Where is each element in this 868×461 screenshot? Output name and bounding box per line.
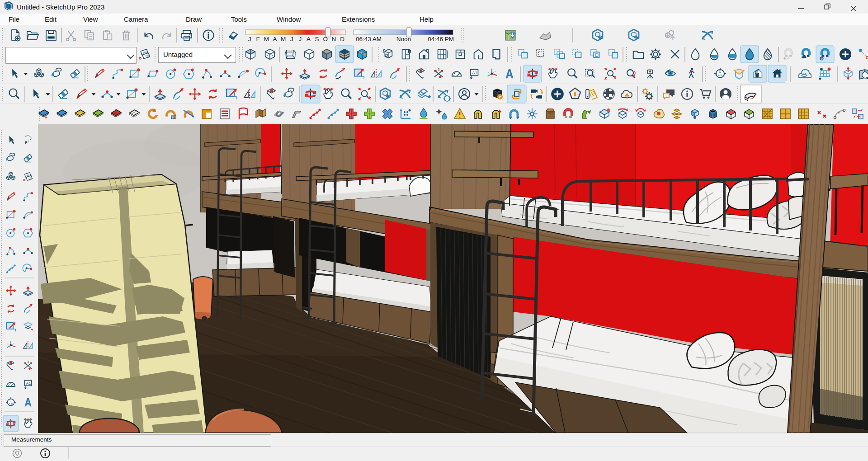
svg-text:F: F — [256, 36, 259, 42]
svg-text:D: D — [340, 36, 344, 42]
svg-text:J: J — [298, 36, 302, 42]
svg-text:A: A — [273, 36, 277, 42]
svg-text:S: S — [315, 36, 319, 42]
svg-text:N: N — [332, 36, 336, 42]
svg-text:A: A — [307, 36, 311, 42]
svg-text:Noon: Noon — [396, 36, 411, 42]
svg-text:04:46 PM: 04:46 PM — [428, 36, 454, 42]
svg-text:J: J — [248, 36, 251, 42]
svg-text:J: J — [290, 36, 293, 42]
svg-text:O: O — [323, 36, 328, 42]
svg-text:M: M — [281, 36, 286, 42]
svg-text:06:43 AM: 06:43 AM — [356, 36, 382, 42]
svg-text:M: M — [264, 36, 269, 42]
